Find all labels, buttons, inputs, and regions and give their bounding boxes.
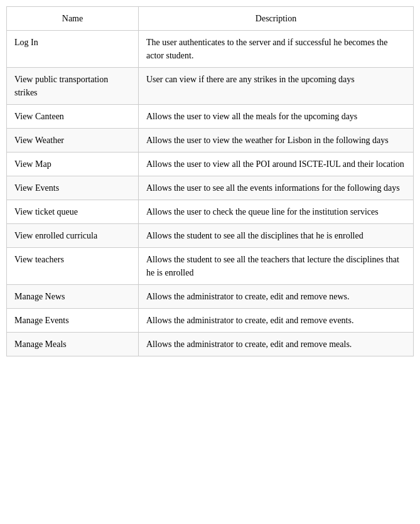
- cell-description: Allows the administrator to create, edit…: [139, 285, 414, 309]
- cell-name: Log In: [7, 31, 139, 68]
- cell-description: Allows the administrator to create, edit…: [139, 309, 414, 333]
- cell-description: Allows the administrator to create, edit…: [139, 333, 414, 356]
- cell-description: Allows the student to see all the discip…: [139, 224, 414, 248]
- table-row: View CanteenAllows the user to view all …: [7, 105, 414, 129]
- cell-description: Allows the user to check the queue line …: [139, 200, 414, 224]
- table-row: Manage NewsAllows the administrator to c…: [7, 285, 414, 309]
- cell-description: Allows the user to see all the events in…: [139, 176, 414, 200]
- cell-description: The user authenticates to the server and…: [139, 31, 414, 68]
- cell-description: User can view if there are any strikes i…: [139, 68, 414, 105]
- table-row: View public transportation strikesUser c…: [7, 68, 414, 105]
- cell-name: View public transportation strikes: [7, 68, 139, 105]
- header-name: Name: [7, 7, 139, 31]
- cell-name: View Events: [7, 176, 139, 200]
- cell-name: View ticket queue: [7, 200, 139, 224]
- table-row: Manage EventsAllows the administrator to…: [7, 309, 414, 333]
- table-row: View EventsAllows the user to see all th…: [7, 176, 414, 200]
- cell-name: View enrolled curricula: [7, 224, 139, 248]
- table-row: View teachersAllows the student to see a…: [7, 248, 414, 285]
- table-row: View WeatherAllows the user to view the …: [7, 129, 414, 152]
- use-cases-table: Name Description Log InThe user authenti…: [6, 6, 414, 356]
- cell-description: Allows the user to view all the POI arou…: [139, 152, 414, 176]
- cell-description: Allows the user to view the weather for …: [139, 129, 414, 152]
- table-row: View enrolled curriculaAllows the studen…: [7, 224, 414, 248]
- cell-name: Manage Events: [7, 309, 139, 333]
- cell-name: Manage News: [7, 285, 139, 309]
- cell-name: View Map: [7, 152, 139, 176]
- table-row: View MapAllows the user to view all the …: [7, 152, 414, 176]
- table-row: Log InThe user authenticates to the serv…: [7, 31, 414, 68]
- cell-name: View Weather: [7, 129, 139, 152]
- header-description: Description: [139, 7, 414, 31]
- table-row: View ticket queueAllows the user to chec…: [7, 200, 414, 224]
- cell-name: View Canteen: [7, 105, 139, 129]
- cell-description: Allows the user to view all the meals fo…: [139, 105, 414, 129]
- cell-name: Manage Meals: [7, 333, 139, 356]
- table-header-row: Name Description: [7, 7, 414, 31]
- cell-name: View teachers: [7, 248, 139, 285]
- cell-description: Allows the student to see all the teache…: [139, 248, 414, 285]
- table-row: Manage MealsAllows the administrator to …: [7, 333, 414, 356]
